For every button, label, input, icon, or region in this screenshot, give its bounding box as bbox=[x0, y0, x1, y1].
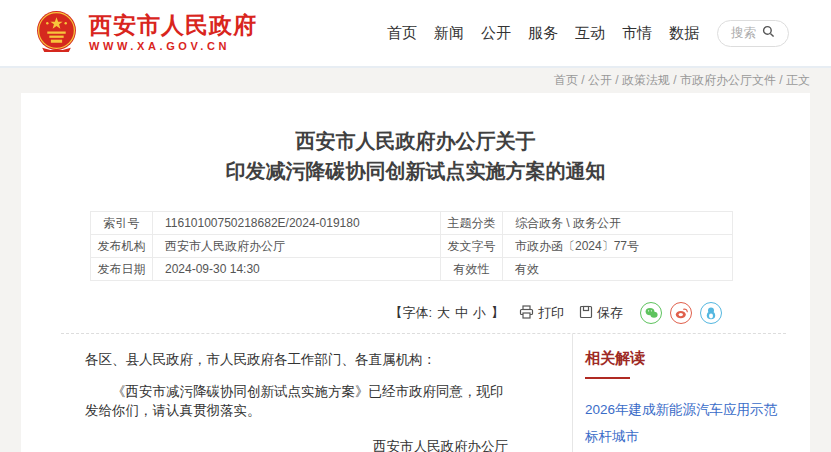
nav-item-home[interactable]: 首页 bbox=[387, 24, 417, 43]
meta-value-index-no: 11610100750218682E/2024-019180 bbox=[153, 212, 441, 235]
font-size-control: 【字体: 大 中 小 】 bbox=[389, 304, 504, 322]
share-icons bbox=[640, 302, 722, 324]
font-size-prefix: 【字体: bbox=[389, 304, 432, 322]
nav-item-city[interactable]: 市情 bbox=[622, 24, 652, 43]
table-row: 索引号 11610100750218682E/2024-019180 主题分类 … bbox=[91, 212, 733, 235]
site-url: WWW.XA.GOV.CN bbox=[89, 41, 257, 52]
article-paragraph: 各区、县人民政府，市人民政府各工作部门、各直属机构： bbox=[85, 350, 508, 369]
search-button[interactable]: 搜索 bbox=[717, 20, 789, 47]
printer-icon bbox=[519, 305, 534, 322]
font-size-large-button[interactable]: 大 bbox=[437, 304, 450, 322]
article-body: 各区、县人民政府，市人民政府各工作部门、各直属机构： 《西安市减污降碳协同创新试… bbox=[21, 334, 573, 452]
search-icon bbox=[762, 24, 775, 42]
meta-value-topic: 综合政务 \ 政务公开 bbox=[503, 212, 733, 235]
meta-label-doc-number: 发文字号 bbox=[441, 235, 503, 258]
related-interpretation-panel: 相关解读 2026年建成新能源汽车应用示范标杆城市 bbox=[573, 334, 810, 452]
page-title: 西安市人民政府办公厅关于 印发减污降碳协同创新试点实施方案的通知 bbox=[21, 93, 810, 186]
document-card: 西安市人民政府办公厅关于 印发减污降碳协同创新试点实施方案的通知 索引号 116… bbox=[21, 93, 810, 452]
page-title-line2: 印发减污降碳协同创新试点实施方案的通知 bbox=[21, 156, 810, 186]
meta-value-publish-date: 2024-09-30 14:30 bbox=[153, 258, 441, 281]
site-name: 西安市人民政府 bbox=[89, 14, 257, 37]
nav-item-open[interactable]: 公开 bbox=[481, 24, 511, 43]
signature-org: 西安市人民政府办公厅 bbox=[85, 437, 508, 452]
share-wechat-icon[interactable] bbox=[640, 302, 662, 324]
section-title-underline bbox=[585, 377, 630, 379]
meta-label-issuer: 发布机构 bbox=[91, 235, 153, 258]
share-weibo-icon[interactable] bbox=[670, 302, 692, 324]
font-size-small-button[interactable]: 小 bbox=[473, 304, 486, 322]
nav-item-interact[interactable]: 互动 bbox=[575, 24, 605, 43]
related-interpretation-title: 相关解读 bbox=[585, 349, 790, 368]
breadcrumb[interactable]: 首页 / 公开 / 政策法规 / 市政府办公厅文件 / 正文 bbox=[554, 72, 810, 89]
search-label: 搜索 bbox=[731, 25, 756, 42]
meta-value-validity: 有效 bbox=[503, 258, 733, 281]
save-label: 保存 bbox=[597, 304, 623, 322]
site-logo[interactable]: 西安市人民政府 WWW.XA.GOV.CN bbox=[34, 9, 257, 58]
site-header: 西安市人民政府 WWW.XA.GOV.CN 首页 新闻 公开 服务 互动 市情 … bbox=[0, 0, 831, 68]
nav-item-data[interactable]: 数据 bbox=[669, 24, 699, 43]
nav-item-services[interactable]: 服务 bbox=[528, 24, 558, 43]
nav-item-news[interactable]: 新闻 bbox=[434, 24, 464, 43]
meta-label-publish-date: 发布日期 bbox=[91, 258, 153, 281]
table-row: 发布日期 2024-09-30 14:30 有效性 有效 bbox=[91, 258, 733, 281]
font-size-suffix: 】 bbox=[491, 304, 504, 322]
floppy-save-icon bbox=[579, 305, 593, 322]
article-toolbar: 【字体: 大 中 小 】 打印 保存 bbox=[21, 302, 810, 324]
related-interpretation-link[interactable]: 2026年建成新能源汽车应用示范标杆城市 bbox=[585, 396, 790, 450]
article-paragraph: 《西安市减污降碳协同创新试点实施方案》已经市政府同意，现印发给你们，请认真贯彻落… bbox=[85, 382, 508, 420]
font-size-medium-button[interactable]: 中 bbox=[455, 304, 468, 322]
meta-value-doc-number: 市政办函〔2024〕77号 bbox=[503, 235, 733, 258]
save-button[interactable]: 保存 bbox=[579, 304, 623, 322]
print-label: 打印 bbox=[538, 304, 564, 322]
meta-value-issuer: 西安市人民政府办公厅 bbox=[153, 235, 441, 258]
national-emblem-icon bbox=[34, 9, 79, 58]
page-title-line1: 西安市人民政府办公厅关于 bbox=[21, 126, 810, 156]
share-qq-icon[interactable] bbox=[700, 302, 722, 324]
main-nav: 首页 新闻 公开 服务 互动 市情 数据 bbox=[387, 24, 699, 43]
table-row: 发布机构 西安市人民政府办公厅 发文字号 市政办函〔2024〕77号 bbox=[91, 235, 733, 258]
print-button[interactable]: 打印 bbox=[519, 304, 564, 322]
meta-label-validity: 有效性 bbox=[441, 258, 503, 281]
document-meta-table: 索引号 11610100750218682E/2024-019180 主题分类 … bbox=[90, 211, 733, 281]
meta-label-topic: 主题分类 bbox=[441, 212, 503, 235]
meta-label-index-no: 索引号 bbox=[91, 212, 153, 235]
